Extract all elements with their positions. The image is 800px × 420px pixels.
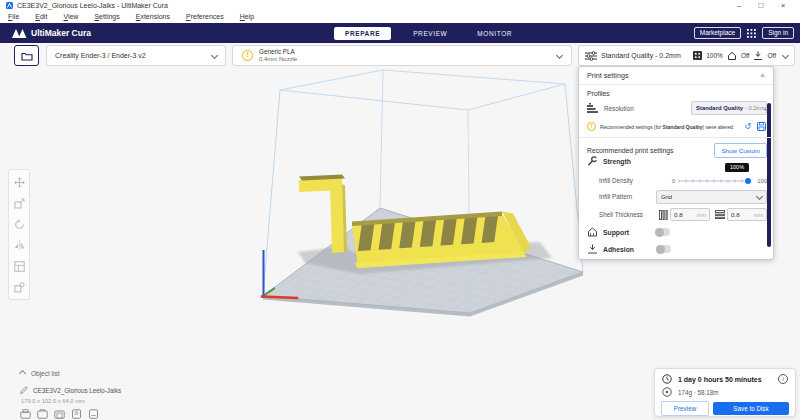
app-name: UltiMaker Cura bbox=[31, 28, 91, 38]
profile-warning-icon: ! bbox=[587, 122, 596, 131]
printer-thumb-icon[interactable] bbox=[88, 409, 99, 419]
sliders-icon bbox=[585, 51, 597, 61]
printer-thumb-icon[interactable] bbox=[37, 409, 48, 419]
adhesion-heading: Adhesion bbox=[603, 246, 634, 253]
minimize-icon[interactable]: – bbox=[728, 0, 750, 11]
material-warning-icon: ! bbox=[242, 50, 253, 61]
adhesion-icon bbox=[753, 51, 763, 61]
sign-in-button[interactable]: Sign in bbox=[762, 27, 794, 40]
nozzle-size: 0.4mm Nozzle bbox=[259, 56, 297, 64]
print-time: 1 day 0 hours 50 minutes bbox=[678, 376, 762, 383]
resolution-label: Resolution bbox=[604, 105, 634, 112]
resolution-dropdown[interactable]: Standard Quality - 0.2mm bbox=[691, 101, 767, 115]
slider-handle[interactable] bbox=[745, 177, 752, 184]
print-summary-card: 1 day 0 hours 50 minutes i 174g · 58.18m… bbox=[654, 368, 796, 417]
wall-thickness-field[interactable]: mm bbox=[670, 208, 710, 221]
menu-edit[interactable]: Edit bbox=[27, 11, 55, 23]
warning-text-suffix: ) were altered. bbox=[702, 124, 734, 130]
infill-pattern-dropdown[interactable]: Grid bbox=[656, 190, 767, 204]
scale-tool-button[interactable] bbox=[12, 195, 26, 211]
infill-slider-tooltip: 100% bbox=[725, 163, 749, 172]
object-list-item[interactable]: CE3E3V2_Glorious Leelo-Jaiks bbox=[20, 386, 121, 394]
applications-grid-icon[interactable] bbox=[747, 29, 756, 38]
save-profile-icon[interactable] bbox=[757, 122, 766, 131]
menu-preferences[interactable]: Preferences bbox=[178, 11, 232, 23]
object-list-label: Object list bbox=[31, 370, 60, 377]
tool-sidebar bbox=[8, 169, 30, 300]
print-settings-panel: Print settings × Profiles Resolution Sta… bbox=[578, 66, 774, 260]
object-dimensions: 179.0 x 102.0 x 64.0 mm bbox=[21, 398, 121, 404]
top-bottom-thickness-input[interactable] bbox=[731, 211, 751, 218]
recommended-heading: Recommended print settings bbox=[587, 147, 674, 154]
mirror-tool-button[interactable] bbox=[12, 237, 26, 253]
infill-density-slider[interactable] bbox=[678, 175, 754, 187]
print-settings-summary-bar[interactable]: Standard Quality - 0.2mm 100% Off Off bbox=[578, 45, 795, 66]
printer-thumb-icon[interactable] bbox=[20, 409, 31, 419]
tab-prepare[interactable]: PREPARE bbox=[334, 27, 391, 40]
support-heading: Support bbox=[603, 229, 629, 236]
move-tool-button[interactable] bbox=[12, 174, 26, 190]
top-bottom-thickness-field[interactable]: mm bbox=[727, 208, 767, 221]
menu-file[interactable]: File bbox=[0, 11, 27, 23]
material-selector[interactable]: ! Generic PLA 0.4mm Nozzle bbox=[232, 45, 572, 66]
reset-profile-icon[interactable]: ↺ bbox=[744, 122, 751, 131]
adhesion-summary: Off bbox=[767, 52, 776, 59]
tab-monitor[interactable]: MONITOR bbox=[469, 27, 520, 40]
menu-help[interactable]: Help bbox=[232, 11, 262, 23]
infill-icon bbox=[693, 51, 702, 60]
save-button-label: Save to Disk bbox=[733, 405, 768, 412]
printer-name: Creality Ender-3 / Ender-3 v2 bbox=[55, 52, 146, 59]
close-panel-icon[interactable]: × bbox=[760, 71, 765, 80]
support-icon bbox=[727, 51, 737, 60]
rotate-tool-button[interactable] bbox=[12, 216, 26, 232]
menu-view[interactable]: View bbox=[55, 11, 86, 23]
save-to-disk-button[interactable]: Save to Disk bbox=[713, 402, 789, 415]
window-titlebar: CE3E3V2_Glorious Leelo-Jaiks - UltiMaker… bbox=[0, 0, 800, 11]
support-summary: Off bbox=[741, 52, 750, 59]
object-name: CE3E3V2_Glorious Leelo-Jaiks bbox=[33, 387, 121, 394]
material-spool-icon bbox=[662, 387, 672, 397]
printer-thumb-icon[interactable] bbox=[54, 409, 65, 419]
slider-min-label: 0 bbox=[672, 178, 675, 184]
ultimaker-mark-icon bbox=[12, 29, 27, 38]
info-icon[interactable]: i bbox=[778, 374, 788, 384]
top-bottom-thickness-icon bbox=[715, 210, 725, 220]
marketplace-button[interactable]: Marketplace bbox=[694, 27, 741, 40]
infill-pattern-value: Grid bbox=[661, 194, 672, 200]
folder-icon bbox=[21, 51, 33, 61]
menu-settings[interactable]: Settings bbox=[86, 11, 127, 23]
infill-pattern-label: Infill Pattern bbox=[599, 193, 632, 200]
adhesion-toggle[interactable] bbox=[656, 245, 671, 253]
printer-selector[interactable]: Creality Ender-3 / Ender-3 v2 bbox=[46, 45, 226, 66]
open-file-button[interactable] bbox=[14, 45, 39, 66]
close-icon[interactable]: × bbox=[772, 0, 794, 11]
wall-thickness-unit: mm bbox=[697, 212, 706, 218]
panel-title: Print settings bbox=[587, 71, 629, 80]
tab-preview[interactable]: PREVIEW bbox=[405, 27, 455, 40]
chevron-down-icon bbox=[556, 52, 563, 59]
support-blocker-button[interactable] bbox=[12, 279, 26, 295]
profile-summary: Standard Quality - 0.2mm bbox=[601, 52, 681, 59]
per-model-settings-button[interactable] bbox=[12, 258, 26, 274]
warning-text-prefix: Recommended settings (for bbox=[600, 124, 663, 130]
wall-thickness-icon bbox=[659, 210, 668, 220]
object-list-toggle[interactable]: Object list bbox=[20, 370, 121, 377]
preview-button[interactable]: Preview bbox=[661, 401, 709, 416]
wall-thickness-input[interactable] bbox=[674, 211, 694, 218]
menubar: File Edit View Settings Extensions Prefe… bbox=[0, 11, 800, 23]
chevron-down-icon bbox=[782, 52, 789, 59]
infill-summary: 100% bbox=[706, 52, 723, 59]
maximize-icon[interactable]: □ bbox=[750, 0, 772, 11]
app-logo: UltiMaker Cura bbox=[12, 28, 91, 38]
support-toggle[interactable] bbox=[655, 228, 670, 236]
stage-tabs: PREPARE PREVIEW MONITOR bbox=[334, 23, 520, 43]
menu-extensions[interactable]: Extensions bbox=[128, 11, 178, 23]
app-icon bbox=[6, 2, 13, 9]
window-title: CE3E3V2_Glorious Leelo-Jaiks - UltiMaker… bbox=[17, 2, 168, 9]
printer-thumb-icon[interactable] bbox=[71, 409, 82, 419]
top-bottom-thickness-unit: mm bbox=[754, 212, 763, 218]
warning-text-bold: Standard Quality bbox=[663, 124, 703, 130]
app-header: UltiMaker Cura PREPARE PREVIEW MONITOR M… bbox=[0, 23, 800, 43]
chevron-down-icon bbox=[756, 193, 763, 200]
show-custom-label: Show Custom bbox=[721, 147, 760, 154]
